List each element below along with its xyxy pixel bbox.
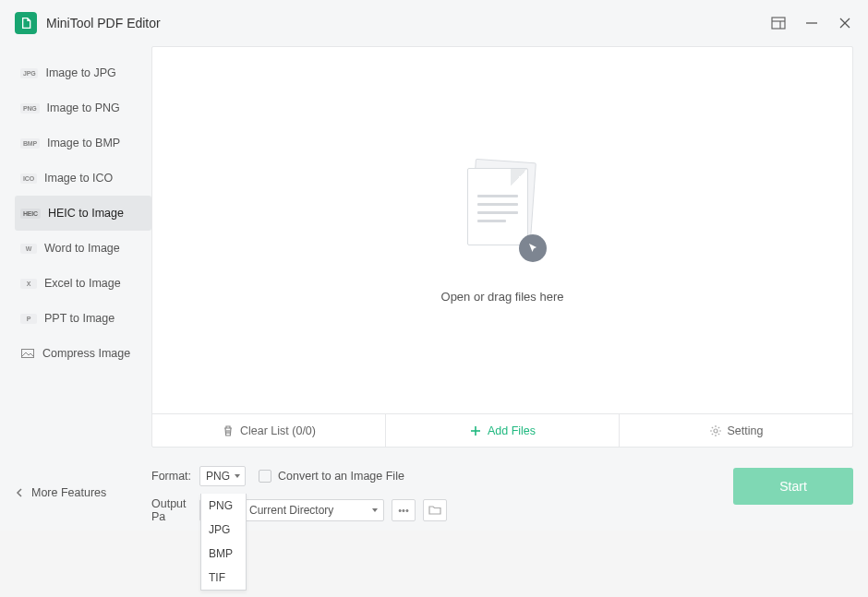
more-features-button[interactable]: More Features [15,486,151,499]
start-label: Start [779,479,807,494]
format-value: PNG [206,470,230,483]
titlebar: MiniTool PDF Editor [0,0,868,46]
format-option-jpg[interactable]: JPG [201,518,246,542]
add-files-button[interactable]: Add Files [386,414,620,447]
more-options-button[interactable]: ••• [392,499,416,521]
sidebar-item-label: Excel to Image [44,277,121,290]
sidebar-item-word-to-image[interactable]: W Word to Image [15,231,151,266]
format-badge: ICO [20,173,37,184]
format-option-png[interactable]: PNG [201,494,246,518]
format-badge: W [20,244,37,254]
chevron-left-icon [15,487,24,498]
svg-point-9 [714,429,717,433]
browse-folder-button[interactable] [423,499,447,521]
start-button[interactable]: Start [733,468,853,505]
plus-icon [469,424,482,437]
folder-icon [428,505,441,516]
clear-list-button[interactable]: Clear List (0/0) [152,414,386,447]
app-logo [15,12,37,34]
svg-rect-6 [22,350,34,358]
sidebar-item-excel-to-image[interactable]: X Excel to Image [15,266,151,301]
format-badge: PNG [20,103,40,113]
cursor-icon [519,234,547,262]
sidebar-item-ppt-to-image[interactable]: P PPT to Image [15,301,151,336]
dropzone[interactable]: Open or drag files here [152,47,852,413]
action-label: Setting [728,424,764,437]
sidebar-item-label: Image to PNG [47,101,120,114]
sidebar: JPG Image to JPG PNG Image to PNG BMP Im… [15,46,151,448]
sidebar-item-label: PPT to Image [44,312,115,325]
sidebar-item-heic-to-image[interactable]: HEIC HEIC to Image [15,196,151,231]
svg-rect-0 [772,18,785,29]
close-button[interactable] [837,15,853,31]
window-layout-icon[interactable] [770,15,787,31]
sidebar-item-label: HEIC to Image [48,207,124,220]
setting-button[interactable]: Setting [620,414,852,447]
format-dropdown: PNG JPG BMP TIF [200,494,247,591]
sidebar-item-label: Image to ICO [44,172,113,185]
sidebar-item-image-to-bmp[interactable]: BMP Image to BMP [15,125,151,161]
format-badge: P [20,314,37,324]
sidebar-item-image-to-ico[interactable]: ICO Image to ICO [15,161,151,196]
convert-checkbox[interactable] [259,470,271,483]
sidebar-item-image-to-jpg[interactable]: JPG Image to JPG [15,55,151,90]
gear-icon [709,424,722,437]
action-label: Clear List (0/0) [240,424,316,437]
dots-icon: ••• [398,505,409,516]
format-badge: X [20,279,37,289]
format-option-bmp[interactable]: BMP [201,542,246,566]
trash-icon [222,424,235,437]
more-features-label: More Features [31,486,106,499]
action-bar: Clear List (0/0) Add Files Setting [152,413,852,447]
format-select[interactable]: PNG [199,466,246,486]
sidebar-item-label: Image to BMP [47,137,120,149]
app-title: MiniTool PDF Editor [46,16,770,30]
format-label: Format: [151,470,199,483]
convert-label: Convert to an Image File [278,470,404,483]
sidebar-item-label: Image to JPG [45,66,115,79]
format-badge: BMP [20,138,40,149]
format-option-tif[interactable]: TIF [201,566,246,590]
output-path-label: Output Pa [151,497,199,523]
format-badge: HEIC [20,209,41,219]
format-badge: JPG [20,68,38,78]
sidebar-item-label: Compress Image [42,347,130,360]
main-panel: Open or drag files here Clear List (0/0)… [151,46,853,448]
dropzone-text: Open or drag files here [441,290,564,304]
action-label: Add Files [488,424,536,437]
compress-icon [20,348,35,359]
minimize-button[interactable] [803,15,820,31]
sidebar-item-image-to-png[interactable]: PNG Image to PNG [15,90,151,125]
document-illustration [456,157,549,268]
sidebar-item-compress-image[interactable]: Compress Image [15,336,151,371]
sidebar-item-label: Word to Image [44,242,120,255]
